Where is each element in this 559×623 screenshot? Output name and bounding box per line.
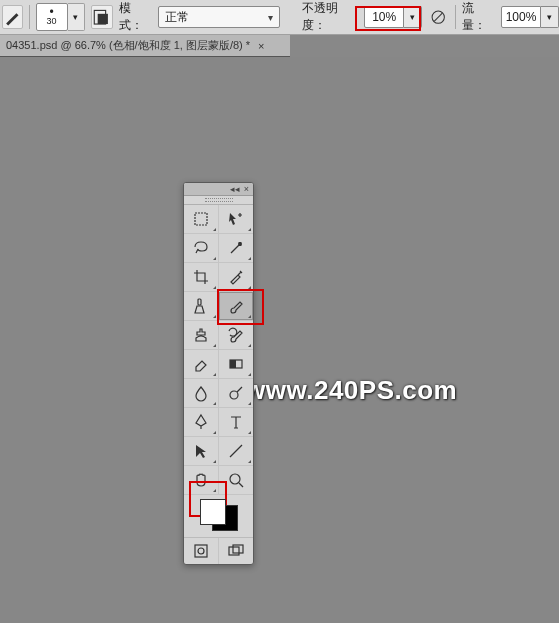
document-tab[interactable]: 04351.psd @ 66.7% (色相/饱和度 1, 图层蒙版/8) * × (0, 35, 290, 57)
brush-tool[interactable] (219, 292, 254, 321)
close-icon[interactable]: × (244, 184, 249, 194)
svg-rect-3 (195, 213, 207, 225)
mode-label: 模式： (119, 0, 152, 34)
opacity-label: 不透明度： (302, 0, 358, 34)
gradient-tool[interactable] (219, 350, 254, 379)
crop-tool[interactable] (184, 263, 219, 292)
tool-grid (184, 205, 253, 495)
svg-rect-1 (97, 14, 107, 24)
hand-tool[interactable] (184, 466, 219, 495)
flow-value[interactable]: 100% (501, 6, 541, 28)
line-tool[interactable] (219, 437, 254, 466)
rectangular-marquee-tool[interactable] (184, 205, 219, 234)
brush-dot-icon: • (49, 8, 53, 16)
tools-panel: ◂◂ × (183, 182, 254, 565)
pen-tool[interactable] (184, 408, 219, 437)
screen-mode-toggle[interactable] (219, 538, 253, 564)
horizontal-type-tool[interactable] (219, 408, 254, 437)
brush-size-value: 30 (47, 16, 57, 26)
opacity-field[interactable]: 10% ▾ (364, 6, 422, 28)
spot-healing-brush-tool[interactable] (184, 292, 219, 321)
tool-preset-picker[interactable] (2, 5, 23, 29)
svg-point-8 (230, 474, 240, 484)
svg-rect-6 (230, 360, 236, 368)
blur-tool[interactable] (184, 379, 219, 408)
svg-rect-4 (198, 299, 201, 305)
color-swatches (184, 495, 253, 537)
clone-stamp-tool[interactable] (184, 321, 219, 350)
svg-rect-11 (229, 547, 239, 555)
close-icon[interactable]: × (258, 40, 264, 52)
brush-preset-dropdown[interactable]: ▾ (68, 3, 85, 31)
opacity-value[interactable]: 10% (364, 6, 404, 28)
eraser-tool[interactable] (184, 350, 219, 379)
brush-preset-picker[interactable]: • 30 (36, 3, 68, 31)
lasso-tool[interactable] (184, 234, 219, 263)
pressure-opacity-icon[interactable] (428, 6, 448, 28)
blend-mode-value: 正常 (165, 9, 189, 26)
panel-grip[interactable] (184, 196, 253, 205)
svg-point-7 (230, 391, 238, 399)
history-brush-tool[interactable] (219, 321, 254, 350)
svg-rect-9 (195, 545, 207, 557)
magic-wand-tool[interactable] (219, 234, 254, 263)
panel-footer (184, 537, 253, 564)
foreground-color-swatch[interactable] (200, 499, 226, 525)
chevron-down-icon: ▾ (268, 12, 273, 23)
flow-field[interactable]: 100% ▾ (501, 6, 559, 28)
panel-header[interactable]: ◂◂ × (184, 183, 253, 196)
document-tab-title: 04351.psd @ 66.7% (色相/饱和度 1, 图层蒙版/8) * (6, 38, 250, 53)
brush-panel-toggle-icon[interactable] (91, 5, 113, 29)
options-bar: • 30 ▾ 模式： 正常 ▾ 不透明度： 10% ▾ 流量： 100% ▾ (0, 0, 559, 35)
canvas-area[interactable] (0, 57, 559, 623)
zoom-tool[interactable] (219, 466, 254, 495)
eyedropper-tool[interactable] (219, 263, 254, 292)
move-tool[interactable] (219, 205, 254, 234)
divider (455, 5, 456, 29)
path-selection-tool[interactable] (184, 437, 219, 466)
flow-stepper[interactable]: ▾ (541, 6, 559, 28)
svg-rect-12 (233, 545, 243, 553)
watermark-text: www.240PS.com (245, 375, 457, 406)
opacity-stepper[interactable]: ▾ (404, 6, 422, 28)
collapse-icon[interactable]: ◂◂ (230, 184, 240, 194)
flow-label: 流量： (462, 0, 495, 34)
divider (29, 5, 30, 29)
quick-mask-toggle[interactable] (184, 538, 219, 564)
blend-mode-select[interactable]: 正常 ▾ (158, 6, 280, 28)
dodge-tool[interactable] (219, 379, 254, 408)
svg-point-10 (198, 548, 204, 554)
